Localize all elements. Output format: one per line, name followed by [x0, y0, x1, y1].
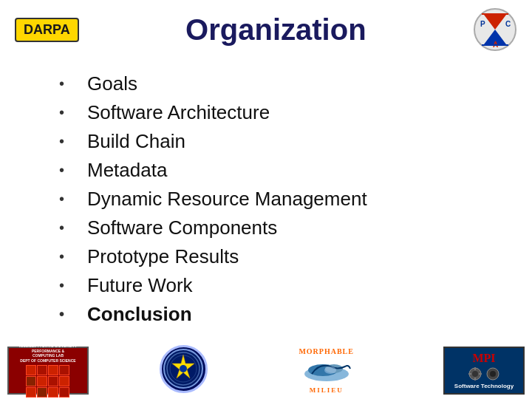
svg-rect-7: [482, 44, 508, 46]
svg-point-24: [490, 371, 496, 377]
svg-point-10: [180, 365, 187, 372]
bullet-item: Software Architecture: [59, 101, 488, 124]
footer-logos: MISSISSIPPI STATE UNIVERSITYPERFORMANCE …: [0, 340, 532, 399]
svg-rect-20: [474, 378, 476, 381]
svg-point-16: [324, 366, 336, 374]
slide: DARPA Organization P C A GoalsSoftware A…: [0, 0, 532, 399]
bullet-item: Goals: [59, 72, 488, 95]
bullet-item: Prototype Results: [59, 245, 488, 268]
slide-header: DARPA Organization P C A: [0, 0, 532, 52]
svg-rect-6: [482, 13, 508, 15]
svg-rect-22: [479, 373, 482, 375]
bullet-item: Future Work: [59, 274, 488, 297]
svg-rect-19: [474, 367, 476, 370]
slide-content: GoalsSoftware ArchitectureBuild ChainMet…: [0, 52, 532, 340]
svg-text:P: P: [480, 20, 485, 28]
bullet-item: Metadata: [59, 159, 488, 182]
slide-title: Organization: [79, 13, 473, 47]
bullet-list: GoalsSoftware ArchitectureBuild ChainMet…: [59, 66, 488, 332]
svg-text:C: C: [505, 20, 511, 28]
morphable-logo: MORPHABLE MILIEU: [279, 347, 375, 395]
mpi-logo: MPI Software Technology: [443, 347, 525, 395]
af-logo: [157, 343, 209, 395]
darpa-logo: DARPA: [15, 18, 79, 42]
bullet-item: Software Components: [59, 216, 488, 239]
bullet-item: Build Chain: [59, 130, 488, 153]
svg-point-18: [472, 371, 478, 377]
pca-logo: P C A: [473, 7, 517, 52]
msu-logo: MISSISSIPPI STATE UNIVERSITYPERFORMANCE …: [7, 347, 89, 395]
bullet-item: Dynamic Resource Management: [59, 188, 488, 211]
svg-rect-21: [468, 373, 471, 375]
bullet-item: Conclusion: [59, 303, 488, 326]
